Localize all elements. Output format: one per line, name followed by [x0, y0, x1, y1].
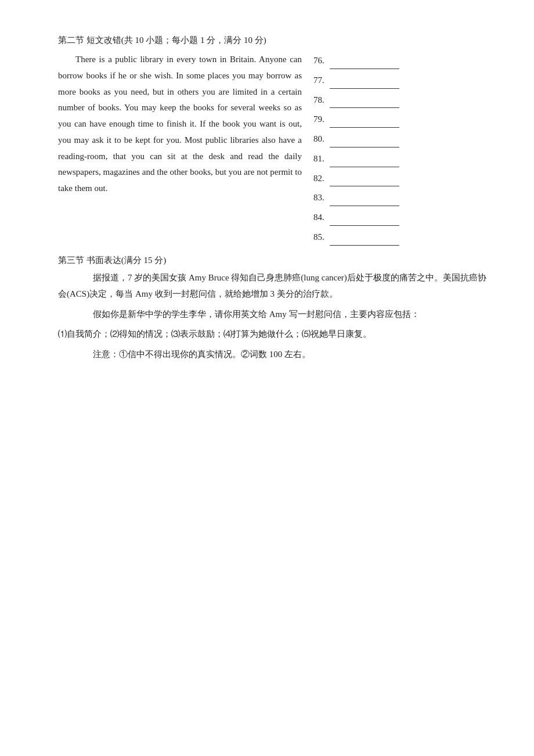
answer-row-78: 78.: [313, 92, 488, 109]
answer-row-84: 84.: [313, 210, 488, 226]
answer-line-78: [330, 98, 399, 108]
section2-header-text: 第二节 短文改错(共 10 小题；每小题 1 分，满分 10 分): [58, 35, 266, 45]
section2-content: There is a public library in every town …: [58, 52, 488, 249]
answer-line-82: [330, 176, 399, 186]
section3-container: 第三节 书面表达(满分 15 分) 据报道，7 岁的美国女孩 Amy Bruce…: [58, 255, 488, 363]
section3-para1: 据报道，7 岁的美国女孩 Amy Bruce 得知自己身患肺癌(lung can…: [58, 269, 488, 303]
answer-row-80: 80.: [313, 131, 488, 147]
answer-num-79: 79.: [313, 111, 330, 128]
answer-num-82: 82.: [313, 171, 330, 187]
answer-line-85: [330, 235, 399, 246]
answer-row-76: 76.: [313, 53, 488, 69]
section3-note: 注意：①信中不得出现你的真实情况。②词数 100 左右。: [58, 346, 488, 363]
answer-row-83: 83.: [313, 190, 488, 206]
passage-text: There is a public library in every town …: [58, 52, 302, 249]
answer-line-76: [330, 59, 399, 69]
section2-header: 第二节 短文改错(共 10 小题；每小题 1 分，满分 10 分): [58, 35, 488, 46]
answer-num-78: 78.: [313, 92, 330, 109]
answer-lines-container: 76. 77. 78. 79. 80. 81.: [313, 52, 488, 249]
answer-line-80: [330, 137, 399, 147]
answer-num-80: 80.: [313, 131, 330, 147]
answer-line-84: [330, 215, 399, 226]
answer-num-85: 85.: [313, 229, 330, 246]
answer-row-77: 77.: [313, 73, 488, 89]
section3-header-text: 第三节 书面表达(满分 15 分): [58, 255, 166, 265]
answer-line-83: [330, 196, 399, 206]
answer-num-77: 77.: [313, 73, 330, 89]
answer-line-77: [330, 78, 399, 89]
answer-line-79: [330, 117, 399, 128]
answer-row-85: 85.: [313, 229, 488, 246]
answer-num-84: 84.: [313, 210, 330, 226]
answer-row-82: 82.: [313, 171, 488, 187]
answer-line-81: [330, 157, 399, 167]
answer-num-81: 81.: [313, 151, 330, 167]
answer-row-81: 81.: [313, 151, 488, 167]
section3-header: 第三节 书面表达(满分 15 分): [58, 255, 488, 266]
section2-container: 第二节 短文改错(共 10 小题；每小题 1 分，满分 10 分) There …: [58, 35, 488, 249]
answer-num-83: 83.: [313, 190, 330, 206]
section3-para2: 假如你是新华中学的学生李华，请你用英文给 Amy 写一封慰问信，主要内容应包括：: [58, 306, 488, 323]
answer-num-76: 76.: [313, 53, 330, 69]
section3-items: ⑴自我简介；⑵得知的情况；⑶表示鼓励；⑷打算为她做什么；⑸祝她早日康复。: [58, 326, 488, 343]
answer-row-79: 79.: [313, 111, 488, 128]
